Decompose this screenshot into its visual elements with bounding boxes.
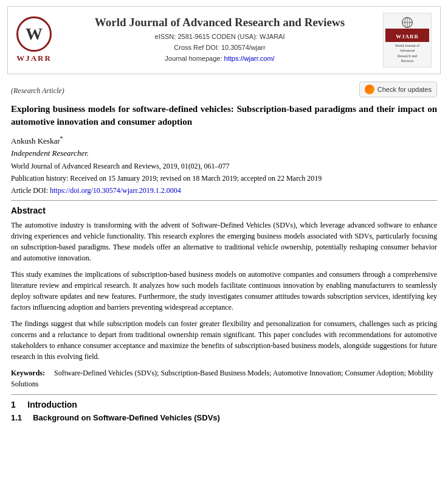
journal-reference: World Journal of Advanced Research and R…: [11, 162, 437, 171]
journal-eissn: eISSN: 2581-9615 CODEN (USA): WJARAI: [63, 32, 377, 43]
homepage-link[interactable]: https://wjarr.com/: [224, 55, 275, 62]
journal-thumbnail: WJARR World Journal ofAdvancedResearch a…: [383, 13, 432, 68]
logo-name: WJARR: [16, 54, 52, 63]
logo-circle: W: [16, 16, 52, 52]
intro-title: 1 Introduction: [11, 400, 437, 409]
subsection-title: 1.1 Background on Software-Defined Vehic…: [11, 413, 437, 422]
journal-name: World Journal of Advanced Research and R…: [63, 16, 377, 29]
author-name: Ankush Keskar*: [11, 135, 437, 146]
thumb-subtitle: World Journal ofAdvancedResearch andRevi…: [394, 42, 421, 65]
divider-1: [11, 200, 437, 201]
keywords-line: Keywords: Software-Defined Vehicles (SDV…: [11, 367, 437, 389]
doi-line: Article DOI: https://doi.org/10.30574/wj…: [11, 186, 437, 195]
keywords-text: Software-Defined Vehicles (SDVs); Subscr…: [11, 369, 433, 388]
article-title: Exploring business models for software-d…: [11, 103, 437, 130]
divider-2: [11, 394, 437, 395]
check-updates-button[interactable]: Check for updates: [359, 82, 437, 97]
page: W WJARR World Journal of Advanced Resear…: [0, 0, 448, 491]
intro-title-text: Introduction: [27, 400, 77, 409]
check-updates-label: Check for updates: [377, 86, 432, 93]
affiliation: Independent Researcher.: [11, 148, 437, 158]
globe-icon: [401, 16, 413, 29]
abstract-paragraph-2: This study examines the implications of …: [11, 269, 437, 313]
journal-homepage: Journal homepage: https://wjarr.com/: [63, 54, 377, 64]
abstract-paragraph-1: The automotive industry is transforming …: [11, 220, 437, 263]
article-body: (Research Article) Check for updates Exp…: [0, 74, 448, 429]
article-type-label: (Research Article): [11, 86, 64, 96]
doi-label: Article DOI:: [11, 186, 48, 195]
abstract-title: Abstract: [11, 206, 437, 215]
doi-link[interactable]: https://doi.org/10.30574/wjarr.2019.1.2.…: [50, 186, 181, 195]
publication-history: Publication history: Received on 15 Janu…: [11, 174, 437, 183]
intro-number: 1: [11, 400, 16, 409]
logo-letter: W: [26, 24, 43, 44]
subsection-number: 1.1: [11, 413, 22, 422]
abstract-section: Abstract The automotive industry is tran…: [11, 206, 437, 389]
keywords-label: Keywords:: [11, 369, 45, 377]
journal-header: W WJARR World Journal of Advanced Resear…: [7, 6, 441, 74]
thumb-header: WJARR: [385, 29, 429, 42]
journal-crossref: Cross Ref DOI: 10.30574/wjarr: [63, 43, 377, 54]
introduction-section: 1 Introduction 1.1 Background on Softwar…: [11, 400, 437, 422]
abstract-paragraph-3: The findings suggest that while subscrip…: [11, 318, 437, 362]
journal-title-block: World Journal of Advanced Research and R…: [63, 16, 377, 64]
thumb-wjarr-label: WJARR: [396, 33, 419, 40]
subsection-title-text: Background on Software-Defined Vehicles …: [33, 413, 220, 422]
journal-logo: W WJARR: [16, 16, 52, 63]
check-updates-icon: [365, 85, 374, 94]
